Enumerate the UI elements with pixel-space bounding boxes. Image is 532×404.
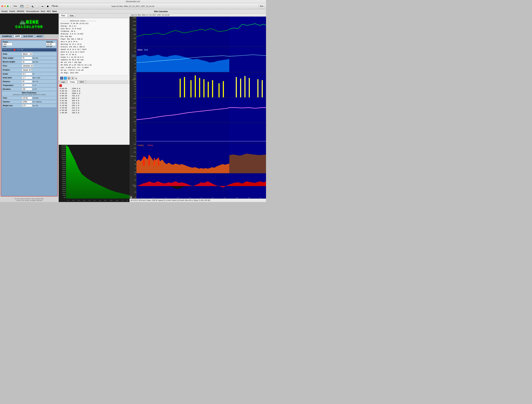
- note-button[interactable]: Note: [259, 4, 265, 8]
- time-input[interactable]: [22, 97, 32, 99]
- grade-input[interactable]: [22, 73, 32, 75]
- velocity-input[interactable]: [46, 43, 56, 46]
- units-select[interactable]: MetricImperial: [22, 52, 32, 56]
- old-stuff-button[interactable]: OLD STUFF: [22, 35, 35, 38]
- stats-weight-date: 85 kg; 7/23/17 3:19 AM: [61, 69, 128, 72]
- weight-loss-row: Weight loss: kg / lbs: [2, 104, 57, 107]
- stats-headers: Min Avg Max: [61, 35, 128, 38]
- power-slider[interactable]: BIKE CA LC ULA TOR: [2, 48, 57, 52]
- distance-input[interactable]: [22, 80, 32, 83]
- stats-cadence: Cadence 64 69.9 88 rpm: [61, 59, 128, 61]
- scroll-left-arrow[interactable]: ◀: [130, 196, 132, 199]
- email-icon[interactable]: @: [67, 77, 70, 80]
- tab-gps[interactable]: GPS: [77, 80, 86, 84]
- peaks-close-button[interactable]: ✕: [59, 85, 62, 87]
- calories-row: Calories: kJ / calories: [2, 100, 57, 104]
- note-tab[interactable]: Note: [68, 14, 76, 17]
- stats-elev: Elev 47 27 66 m: [61, 53, 128, 56]
- nav-rush[interactable]: Rush: [41, 10, 45, 12]
- position-select[interactable]: HoodsDropsAero: [22, 68, 31, 72]
- calories-input[interactable]: [22, 100, 32, 103]
- stats-slope: Slope 9.1 13.20 15.0 %: [61, 56, 128, 59]
- slope-chart-svg: [136, 173, 266, 199]
- footer-line1: Do not create enemies. Carry a good tube…: [1, 198, 58, 200]
- stats-distance: Distance: 0.40 km (0:01:42): [61, 22, 128, 25]
- apps-button[interactable]: APPS: [14, 35, 21, 38]
- record-icon[interactable]: ⏺: [46, 4, 50, 8]
- power-input[interactable]: [3, 43, 12, 46]
- main-layout: 🚲BIKE CALCULATOR EXAMPLES APPS OLD STUFF…: [0, 13, 266, 202]
- svg-rect-11: [148, 155, 150, 166]
- stats-cda: CdA: 0.050 m^2; Crr: 0.0043: [61, 66, 128, 69]
- peak-row-11: 1:00:00 186.6 W: [59, 112, 130, 114]
- nav-news[interactable]: News: [52, 10, 57, 12]
- export-icon[interactable]: 📋: [25, 4, 29, 8]
- other-pred-title: Other Predictions:: [3, 92, 56, 94]
- device-icon[interactable]: ⬜: [35, 4, 39, 8]
- headwind-unit: kph / mph: [33, 77, 40, 79]
- peak-row-6: 0:02:00 482.9 W: [59, 100, 130, 102]
- peaks-header: ✕: [59, 84, 130, 87]
- elevation-row: Elevation: m / ft: [2, 87, 57, 91]
- nav-paypal[interactable]: PayPal: [10, 10, 15, 12]
- power-velocity-row: Power: watts Velocity: kph/mph: [2, 41, 57, 48]
- bicycle-weight-input[interactable]: [22, 60, 32, 63]
- elevation-unit: m / ft: [33, 88, 37, 90]
- slope-negative: [169, 186, 186, 189]
- site-title: Bike Calculator: [57, 10, 265, 13]
- cadence-chart-row: 200 180 Cad (rpm) 120 100 80 60 40 20 0: [130, 72, 266, 98]
- elev-chart-row: 150 125 100 Elev (m) 50 25 0 -25 Coastin…: [130, 143, 266, 173]
- ride-tab[interactable]: Ride:: [59, 14, 68, 17]
- examples-button[interactable]: EXAMPLES: [1, 35, 13, 38]
- logo-bike: 🚲BIKE: [15, 19, 43, 25]
- headwind-input[interactable]: [22, 76, 32, 79]
- pstroke-button[interactable]: PStroke: [51, 5, 59, 7]
- slope-chart-row: 20 10 Slope (%) -10 -20: [130, 173, 266, 199]
- gear-chart-plot: [136, 123, 266, 143]
- grade-row: Grade: %: [2, 72, 57, 76]
- stats-title: ---------Selection Stats----------: [61, 20, 128, 22]
- stats-conditions: 20 degC; 1013 hPa: [61, 72, 128, 74]
- units-row: Units: MetricImperial: [2, 52, 57, 56]
- temperature-input[interactable]: [22, 84, 32, 87]
- speed-chart-plot: Wheel Wind: [136, 47, 266, 72]
- distance-unit: km / mi: [33, 81, 38, 83]
- cadence-chart-plot: [136, 72, 266, 97]
- twitter-icon[interactable]: t: [64, 77, 67, 80]
- facebook-icon[interactable]: f: [60, 77, 63, 80]
- tp-icon[interactable]: tp: [75, 77, 78, 80]
- braking-area: [136, 155, 229, 173]
- rider-weight-input[interactable]: [22, 57, 32, 59]
- usb-icon[interactable]: 🔌: [30, 4, 34, 8]
- ride-button[interactable]: Ride:: [12, 4, 19, 8]
- weight-loss-input[interactable]: [22, 104, 32, 107]
- share-icon[interactable]: ⬆: [71, 77, 74, 80]
- left-panel: 🚲BIKE CALCULATOR EXAMPLES APPS OLD STUFF…: [0, 13, 59, 202]
- speed-area: [136, 55, 229, 72]
- about-button[interactable]: ABOUT: [35, 35, 44, 38]
- tab-laps[interactable]: Laps: [59, 80, 67, 84]
- tires-select[interactable]: ClinchersTubulars: [22, 64, 33, 67]
- time-unit: minutes: [33, 97, 39, 99]
- nav-shopify[interactable]: Shopify: [1, 10, 8, 12]
- close-button[interactable]: [1, 5, 3, 7]
- nav-velocompforum[interactable]: Velocompforum: [26, 10, 39, 12]
- stats-hr: HR 141 176.7 186 bpm: [61, 61, 128, 64]
- slider-thumb[interactable]: [13, 49, 16, 51]
- arrow-icon[interactable]: ➡: [40, 4, 44, 8]
- power-chart-area: 1300W 1250W 1200W 1150W 1100W 1050W 1000…: [59, 145, 130, 202]
- elevation-input[interactable]: [22, 88, 32, 91]
- peak-row-2: 0:00:10 1152.9 W: [59, 90, 130, 92]
- headwind-row: Head wind: kph / mph: [2, 76, 57, 79]
- svg-rect-12: [154, 158, 155, 166]
- nav-wsj[interactable]: WSJ: [47, 10, 51, 12]
- maximize-button[interactable]: [7, 5, 9, 7]
- minimize-button[interactable]: [4, 5, 6, 7]
- tab-peaks[interactable]: Peaks: [68, 80, 77, 84]
- save-icon[interactable]: 💾: [20, 4, 24, 8]
- svg-text:Coasting: Coasting: [138, 144, 144, 146]
- distance-label: Distance:: [3, 81, 22, 83]
- svg-rect-13: [158, 157, 159, 166]
- nav-drudge[interactable]: DRUDGE: [17, 10, 24, 12]
- power-unit: watts: [3, 46, 12, 47]
